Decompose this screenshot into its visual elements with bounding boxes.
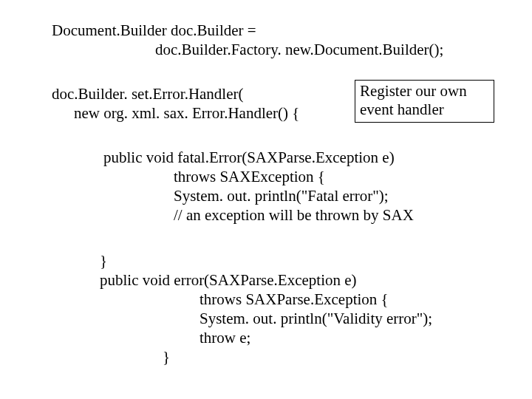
code-line-11: throws SAXParse.Exception { <box>200 290 389 309</box>
code-line-3: doc.Builder. set.Error.Handler( <box>52 84 244 103</box>
code-line-6: throws SAXException { <box>174 167 325 186</box>
code-line-10: public void error(SAXParse.Exception e) <box>100 270 357 290</box>
code-line-2: doc.Builder.Factory. new.Document.Builde… <box>155 40 443 59</box>
code-line-13: throw e; <box>200 328 250 347</box>
code-line-8: // an exception will be thrown by SAX <box>174 205 414 225</box>
code-line-14: } <box>163 347 170 366</box>
code-line-5: public void fatal.Error(SAXParse.Excepti… <box>103 148 395 167</box>
code-line-9: } <box>100 251 107 270</box>
callout-box: Register our own event handler <box>355 80 494 123</box>
callout-line-2: event handler <box>360 100 489 119</box>
code-line-7: System. out. println("Fatal error"); <box>174 186 389 205</box>
code-line-1: Document.Builder doc.Builder = <box>52 21 256 40</box>
code-line-4: new org. xml. sax. Error.Handler() { <box>74 103 299 123</box>
slide: Document.Builder doc.Builder = doc.Build… <box>0 0 532 399</box>
callout-line-1: Register our own <box>360 82 489 100</box>
code-line-12: System. out. println("Validity error"); <box>200 309 432 328</box>
